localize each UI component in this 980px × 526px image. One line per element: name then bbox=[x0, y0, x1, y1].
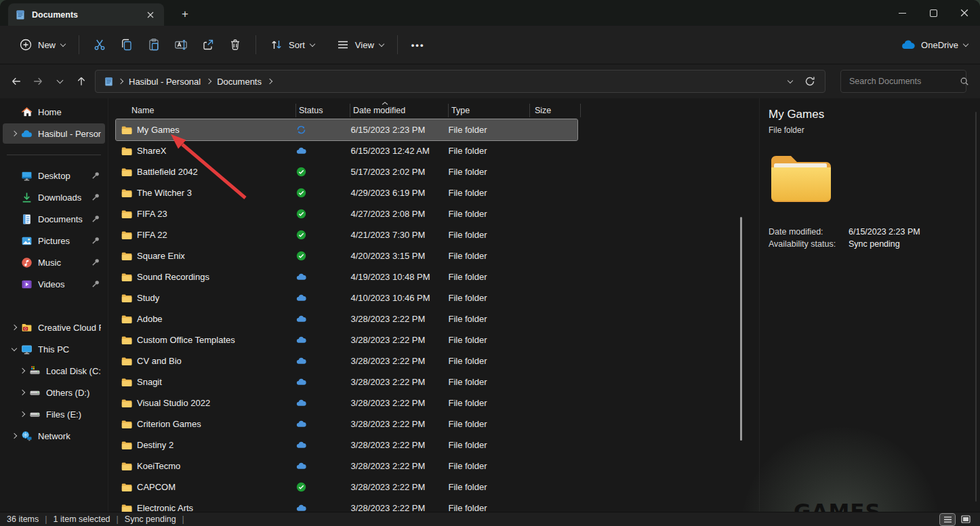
file-row[interactable]: Criterion Games3/28/2023 2:22 PMFile fol… bbox=[116, 413, 577, 434]
file-type: File folder bbox=[445, 230, 526, 240]
sidebar-item-label: Home bbox=[38, 107, 101, 117]
expander-right-icon[interactable] bbox=[8, 325, 20, 329]
forward-button[interactable] bbox=[27, 70, 49, 92]
status-check-icon bbox=[296, 482, 306, 492]
view-button[interactable]: View bbox=[329, 33, 390, 56]
tab-documents[interactable]: Documents bbox=[8, 3, 164, 26]
file-name: FIFA 22 bbox=[137, 230, 167, 240]
close-button[interactable] bbox=[949, 0, 980, 26]
file-row[interactable]: Electronic Arts3/28/2023 2:22 PMFile fol… bbox=[116, 498, 577, 512]
sidebar-item-this-pc[interactable]: This PC bbox=[3, 339, 105, 359]
music-icon bbox=[20, 256, 33, 268]
column-header-name[interactable]: Name bbox=[116, 104, 295, 117]
sidebar-item-creative-cloud-files[interactable]: Creative Cloud Files bbox=[3, 317, 105, 338]
file-row[interactable]: My Games6/15/2023 2:23 PMFile folder bbox=[116, 119, 577, 140]
details-view-button[interactable] bbox=[940, 514, 955, 525]
file-row[interactable]: CAPCOM3/28/2023 2:22 PMFile folder bbox=[116, 477, 577, 498]
file-row[interactable]: Study4/10/2023 10:46 PMFile folder bbox=[116, 287, 577, 308]
expander-right-icon[interactable] bbox=[8, 132, 20, 136]
date-modified: 3/28/2023 2:22 PM bbox=[348, 419, 446, 429]
file-row[interactable]: FIFA 234/27/2023 2:08 PMFile folder bbox=[116, 203, 577, 224]
see-more-button[interactable]: ••• bbox=[405, 35, 432, 55]
folder-icon bbox=[121, 251, 132, 261]
file-row[interactable]: Sound Recordings4/19/2023 10:48 PMFile f… bbox=[116, 266, 577, 287]
cut-button[interactable] bbox=[86, 33, 113, 56]
window-controls bbox=[886, 0, 980, 26]
sidebar-item-desktop[interactable]: Desktop bbox=[3, 165, 105, 186]
file-row[interactable]: ShareX6/15/2023 12:42 AMFile folder bbox=[116, 140, 577, 161]
share-button[interactable] bbox=[195, 33, 222, 56]
breadcrumb-item[interactable]: Documents bbox=[213, 75, 266, 89]
sort-button[interactable]: Sort bbox=[263, 33, 321, 56]
rename-button[interactable] bbox=[167, 33, 195, 56]
refresh-icon[interactable] bbox=[804, 76, 815, 87]
details-scrollbar[interactable] bbox=[975, 112, 977, 502]
paste-button[interactable] bbox=[140, 33, 167, 56]
file-row[interactable]: Square Enix4/20/2023 3:15 PMFile folder bbox=[116, 245, 577, 266]
sidebar-item-label: Hasibul - Personal bbox=[38, 129, 101, 139]
sidebar-item-files-e-[interactable]: Files (E:) bbox=[3, 404, 105, 424]
expander-right-icon[interactable] bbox=[16, 369, 28, 373]
column-header-type[interactable]: Type bbox=[448, 104, 529, 117]
status-sync-icon bbox=[296, 125, 306, 135]
file-row[interactable]: Custom Office Templates3/28/2023 2:22 PM… bbox=[116, 329, 577, 350]
copy-button[interactable] bbox=[113, 33, 140, 56]
search-icon[interactable] bbox=[960, 77, 969, 86]
file-row[interactable]: KoeiTecmo3/28/2023 2:22 PMFile folder bbox=[116, 456, 577, 477]
sidebar-item-documents[interactable]: Documents bbox=[3, 209, 105, 229]
expander-down-icon[interactable] bbox=[8, 348, 20, 350]
search-box[interactable] bbox=[840, 70, 966, 93]
expander-right-icon[interactable] bbox=[8, 434, 20, 438]
folder-icon bbox=[121, 272, 132, 282]
sidebar-item-local-disk-c-[interactable]: Local Disk (C:) bbox=[3, 361, 105, 381]
sidebar-item-videos[interactable]: Videos bbox=[3, 274, 105, 294]
file-row[interactable]: FIFA 224/21/2023 7:30 PMFile folder bbox=[116, 224, 577, 245]
file-row[interactable]: Battlefield 20425/17/2023 2:02 PMFile fo… bbox=[116, 161, 577, 182]
file-type: File folder bbox=[445, 398, 526, 408]
file-type: File folder bbox=[445, 146, 526, 156]
pin-icon bbox=[91, 258, 101, 267]
column-header-status[interactable]: Status bbox=[295, 104, 350, 117]
file-row[interactable]: The Witcher 34/29/2023 6:19 PMFile folde… bbox=[116, 182, 577, 203]
up-button[interactable] bbox=[70, 70, 92, 92]
sidebar-item-downloads[interactable]: Downloads bbox=[3, 187, 105, 207]
list-scrollbar[interactable] bbox=[740, 217, 742, 441]
sidebar-item-music[interactable]: Music bbox=[3, 252, 105, 272]
new-tab-button[interactable]: + bbox=[176, 5, 194, 23]
breadcrumb-chevron-icon[interactable] bbox=[207, 79, 211, 83]
recent-locations-button[interactable] bbox=[49, 70, 70, 92]
file-row[interactable]: Visual Studio 20223/28/2023 2:22 PMFile … bbox=[116, 392, 577, 413]
sidebar-item-label: Documents bbox=[38, 214, 89, 224]
back-button[interactable] bbox=[5, 70, 27, 92]
status-bar: 36 items | 1 item selected | Sync pendin… bbox=[0, 512, 980, 526]
expander-right-icon[interactable] bbox=[16, 412, 28, 416]
file-row[interactable]: Snagit3/28/2023 2:22 PMFile folder bbox=[116, 371, 577, 392]
sidebar-item-others-d-[interactable]: Others (D:) bbox=[3, 382, 105, 403]
date-modified-value: 6/15/2023 2:23 PM bbox=[849, 226, 980, 238]
file-row[interactable]: Adobe3/28/2023 2:22 PMFile folder bbox=[116, 308, 577, 329]
onedrive-button[interactable]: OneDrive bbox=[901, 40, 968, 50]
address-bar[interactable]: Hasibul - Personal Documents bbox=[95, 70, 825, 93]
file-name: Battlefield 2042 bbox=[137, 167, 198, 177]
address-dropdown-icon[interactable] bbox=[788, 77, 793, 83]
minimize-button[interactable] bbox=[886, 0, 918, 26]
tab-close-icon[interactable] bbox=[144, 8, 157, 22]
column-header-date-modified[interactable]: Date modified bbox=[350, 104, 448, 117]
file-type: File folder bbox=[445, 461, 526, 471]
search-input[interactable] bbox=[848, 76, 960, 87]
breadcrumb-item[interactable]: Hasibul - Personal bbox=[125, 75, 205, 89]
sidebar-item-home[interactable]: Home bbox=[3, 102, 105, 122]
new-button[interactable]: New bbox=[12, 33, 72, 56]
column-header-size[interactable]: Size bbox=[529, 104, 581, 117]
watermark-logo: GAMES ERRORS bbox=[794, 500, 893, 512]
sidebar-item-hasibul-personal[interactable]: Hasibul - Personal bbox=[3, 123, 105, 144]
expander-right-icon[interactable] bbox=[16, 390, 28, 394]
maximize-button[interactable] bbox=[918, 0, 949, 26]
file-row[interactable]: Destiny 23/28/2023 2:22 PMFile folder bbox=[116, 434, 577, 456]
sidebar-item-network[interactable]: Network bbox=[3, 426, 105, 446]
sidebar-item-pictures[interactable]: Pictures bbox=[3, 230, 105, 251]
breadcrumb-chevron-icon[interactable] bbox=[268, 79, 272, 83]
delete-button[interactable] bbox=[222, 33, 249, 56]
file-row[interactable]: CV and Bio3/28/2023 2:22 PMFile folder bbox=[116, 350, 577, 371]
large-icons-view-button[interactable] bbox=[958, 514, 973, 525]
